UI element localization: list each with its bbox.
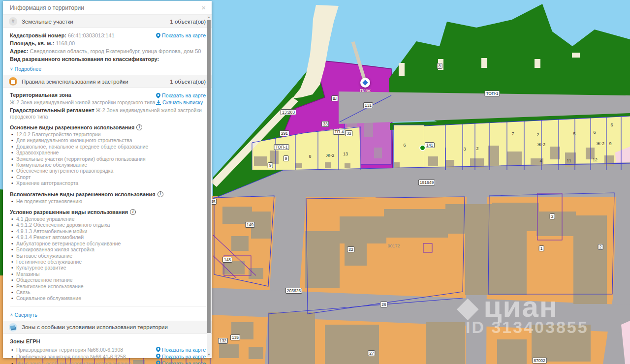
egrn-zones-heading: Зоны ЕГРН <box>10 338 206 344</box>
section-title-rules: Правила землепользования и застройки <box>22 79 128 85</box>
download-extract-link[interactable]: Скачать выписку <box>156 99 203 105</box>
info-icon[interactable]: i <box>130 209 136 215</box>
section-header-land[interactable]: # Земельные участки 1 объекта(ов) <box>3 15 212 28</box>
map-parcel-badge: 135 <box>230 334 240 340</box>
land-field-row: Адрес: Свердловская область, город Екате… <box>10 48 206 55</box>
map-parcel-badge: 1 <box>539 245 544 251</box>
egrn-zone-row: Прибрежная защитная полоса №66:41-6.9258… <box>10 354 206 360</box>
map-parcel-badge: 8 <box>437 63 442 69</box>
zones-section-body: Зоны ЕГРН Приаэродромная территория №66:… <box>3 334 212 364</box>
use-item: Блокированная жилая застройка <box>10 247 206 253</box>
territorial-zone-value: Ж-2 Зона индивидуальной жилой застройки … <box>10 99 158 105</box>
map-parcel-badge: ТОП-1 <box>484 91 500 96</box>
use-item: 4.9.1.4 Ремонт автомобилей <box>10 235 206 241</box>
collapse-link[interactable]: ∧ Свернуть <box>10 312 37 318</box>
use-item: Хранение автотранспорта <box>10 181 206 186</box>
map-parcel-label: Ж-2 <box>597 141 604 146</box>
map-parcel-label: Ж-2 <box>326 153 334 158</box>
map-parcel-label: 9 <box>609 141 611 146</box>
land-field-row: Площадь, кв. м.: 1168,00 <box>10 40 206 47</box>
map-pin-icon <box>156 361 160 364</box>
map-parcel-label: 7 <box>511 131 514 136</box>
use-item: 4.9.1.2 Обеспечение дорожного отдыха <box>10 222 206 228</box>
map-parcel-badge: 9 <box>268 162 273 168</box>
more-link[interactable]: ∨ Подробнее <box>10 66 41 72</box>
map-parcel-badge: 2 <box>598 244 603 250</box>
map-parcel-label: Ж-2 <box>537 142 545 147</box>
use-group-list: 4.1 Деловое управление4.9.1.2 Обеспечени… <box>10 216 206 302</box>
use-group-list: Не подлежат установлению <box>10 199 206 205</box>
show-on-map-link-zone[interactable]: Показать на карте <box>156 347 206 353</box>
rules-icon <box>9 77 17 86</box>
use-item: Коммунальное обслуживание <box>10 162 206 168</box>
info-icon[interactable]: i <box>136 124 142 130</box>
map-pin-marker[interactable] <box>360 78 370 88</box>
section-title-zones: Зоны с особыми условиями использования т… <box>22 324 168 330</box>
map-parcel-badge: 13:283 <box>281 109 296 115</box>
map-parcel-badge: 203626 <box>285 288 302 294</box>
map-parcel-badge: ТП-4 <box>333 129 346 135</box>
map-parcel-label: 4 <box>539 158 542 163</box>
close-icon[interactable]: × <box>195 3 212 12</box>
selected-parcel-dot <box>419 145 426 151</box>
layers-icon <box>9 323 17 332</box>
map-parcel-badge: 291 <box>280 130 289 136</box>
show-on-map-link-rules[interactable]: Показать на карте <box>156 92 206 98</box>
map-parcel-badge: 32 <box>345 130 352 136</box>
use-group-heading: Условно разрешенные виды использованияi <box>10 209 206 215</box>
map-pin-icon <box>156 347 160 352</box>
map-parcel-badge: 22 <box>347 246 354 252</box>
show-on-map-link-zone[interactable]: Показать на карте <box>156 354 206 360</box>
map-parcel-label: 13 <box>343 152 348 156</box>
egrn-zone-row: Иная зона с особыми условиями использова… <box>10 361 206 364</box>
panel-title: Информация о территории <box>3 4 84 11</box>
chevron-down-icon: ∨ <box>10 66 13 71</box>
use-item: 4.9.1.3 Автомобильные мойки <box>10 229 206 235</box>
map-parcel-badge: 33 <box>321 121 329 127</box>
section-header-rules[interactable]: Правила землепользования и застройки 1 о… <box>3 75 212 88</box>
map-parcel-badge: 191649 <box>418 180 435 185</box>
egrn-zone-row: Приаэродромная территория №66:00-6.1908П… <box>10 347 206 353</box>
info-icon[interactable]: i <box>158 191 163 197</box>
use-item: Религиозное использование <box>10 284 206 290</box>
map-parcel-label: 11 <box>567 158 571 163</box>
map-pin-icon <box>156 33 160 38</box>
use-item: Культурное развитие <box>10 265 206 271</box>
show-on-map-link-zone[interactable]: Показать на карте <box>156 361 206 364</box>
rules-groups: Основные виды разрешенного использования… <box>10 124 206 302</box>
scroll-up-arrow[interactable]: ▲ <box>207 15 211 20</box>
map-parcel-badge: Ш <box>331 95 338 101</box>
map-parcel-label: 6 <box>610 122 613 127</box>
use-item: Связь <box>10 290 206 296</box>
panel-scrollbar[interactable]: ▲ ▼ <box>207 15 211 357</box>
map-parcel-badge: 141 <box>425 142 435 148</box>
use-item: 12.0.2 Благоустройство территории <box>10 132 206 138</box>
rules-links: Показать на карте Скачать выписку <box>156 92 206 105</box>
parcel-grid-icon: # <box>9 17 17 26</box>
map-parcel-badge: 131 <box>363 102 373 108</box>
use-item: Общественное питание <box>10 277 206 283</box>
use-item: Обеспечение внутреннего правопорядка <box>10 168 206 174</box>
egrn-zone-text: Прибрежная защитная полоса №66:41-6.9258 <box>10 354 126 360</box>
map-pin-icon <box>156 93 160 98</box>
use-group-heading: Вспомогательные виды разрешенного исполь… <box>10 191 206 197</box>
use-item: Магазины <box>10 272 206 277</box>
divider <box>10 306 206 306</box>
map-parcel-label: 12 <box>593 157 598 162</box>
map-marker-label: Пляж <box>360 88 370 93</box>
map-parcel-badge: 27 <box>368 350 375 356</box>
section-header-zones[interactable]: Зоны с особыми условиями использования т… <box>3 321 212 334</box>
egrn-zone-list: Приаэродромная территория №66:00-6.1908П… <box>10 347 206 364</box>
map-parcel-label: 2 <box>476 146 478 151</box>
map-parcel-label: 5 <box>573 131 575 136</box>
scrollbar-thumb[interactable] <box>207 20 211 333</box>
map-parcel-label: 6 <box>593 130 596 135</box>
use-item: Амбулаторное ветеринарное обслуживание <box>10 241 206 247</box>
use-item: 4.1 Деловое управление <box>10 216 206 222</box>
scroll-down-arrow[interactable]: ▼ <box>207 352 211 357</box>
map-parcel-label: 3 <box>463 147 466 152</box>
map-parcel-badge: 2 <box>550 213 555 219</box>
use-group-list: 12.0.2 Благоустройство территорииДля инд… <box>10 132 206 187</box>
show-on-map-link-land[interactable]: Показать на карте <box>156 32 206 38</box>
section-count-land: 1 объекта(ов) <box>170 19 206 25</box>
